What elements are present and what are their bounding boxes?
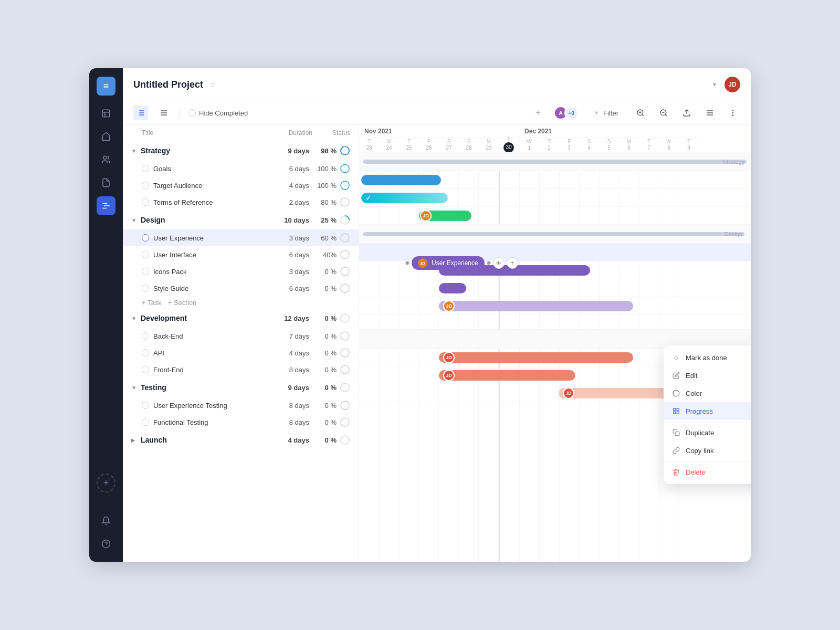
export-icon[interactable] [679,106,694,120]
section-row-design[interactable]: ▼ Design 10 days 25 % [123,211,359,229]
task-checkbox-style[interactable] [142,285,149,292]
section-percent-strategy: 98 % [316,147,337,155]
svg-point-51 [341,436,349,444]
menu-item-color[interactable]: Color ▶ [664,384,751,402]
sidebar-add-button[interactable]: + [97,474,116,492]
task-row-backend[interactable]: Back-End 7 days 0 % [123,328,359,344]
day-s27: S27 [439,138,459,151]
bar-backend[interactable]: JD [439,352,633,363]
task-percent-ux-testing: 0 % [316,402,337,410]
zoom-out-icon[interactable] [656,106,671,120]
task-checkbox-ux-testing[interactable] [142,402,149,409]
status-icon-api [340,348,350,358]
more-options-icon[interactable] [726,106,740,120]
task-checkbox-ui[interactable] [142,251,149,258]
avatar-initials: JD [728,81,736,88]
toolbar-divider-1 [180,108,180,118]
bar-handle-left[interactable] [405,261,410,265]
sidebar-icon-gantt[interactable] [97,196,116,215]
task-row-target-audience[interactable]: Target Audience 4 days 100 % [123,177,359,194]
sidebar-icon-bell[interactable] [97,511,116,530]
chevron-strategy: ▼ [131,148,138,154]
task-row-ui[interactable]: User Interface 6 days 40% [123,246,359,263]
menu-item-edit[interactable]: Edit [664,366,751,384]
day-t25: T25 [399,138,419,151]
filter-button[interactable]: Filter [586,107,625,120]
bar-style[interactable]: JD [439,301,633,311]
sidebar-icon-users[interactable] [97,150,116,169]
gantt-body: Strategy ✓ [359,152,751,562]
menu-item-mark-done[interactable]: ○ Mark as done [664,349,751,366]
status-icon-ui [340,249,350,260]
bar-add-btn[interactable]: + [507,257,518,269]
task-checkbox-icons[interactable] [142,268,149,275]
view-list-icon[interactable] [133,106,148,120]
bar-target[interactable]: ✓ [361,193,448,203]
task-checkbox-frontend[interactable] [142,366,149,373]
task-row-goals[interactable]: Goals 6 days 100 % [123,160,359,177]
header-avatar[interactable]: JD [724,77,740,92]
settings-rows-icon[interactable] [702,106,717,120]
star-icon[interactable]: ☆ [209,80,216,89]
add-plus-icon[interactable]: + [531,106,545,120]
task-duration-ui: 6 days [279,251,316,259]
bar-eye-btn[interactable]: 👁 [493,257,505,269]
sidebar-icon-inbox[interactable] [97,104,116,123]
gantt-row-style-guide: JD [359,297,751,315]
task-name-ui: User Interface [153,251,279,259]
header-dropdown[interactable]: ▾ [713,81,716,88]
bar-strategy-label: Strategy [723,159,744,165]
menu-item-duplicate[interactable]: Duplicate [664,424,751,442]
sidebar-logo[interactable]: ≡ [97,77,116,96]
task-checkbox-backend[interactable] [142,332,149,340]
task-row-ux[interactable]: User Experience 3 days 60 % [123,229,359,246]
zoom-in-icon[interactable] [633,106,648,120]
header: Untitled Project ☆ ▾ JD [123,68,751,101]
sidebar-icon-document[interactable] [97,173,116,192]
gantt-row-target: ✓ [359,189,751,207]
bar-handle-right[interactable] [487,261,491,265]
avatar-count[interactable]: +0 [564,106,578,120]
task-checkbox-terms[interactable] [142,198,149,206]
task-row-terms[interactable]: Terms of Reference 2 days 80 % [123,194,359,211]
sidebar-icon-help[interactable] [97,534,116,553]
progress-ring-design [340,215,350,225]
bar-api[interactable]: JD [439,370,575,381]
add-row-design[interactable]: + Task + Section [123,297,359,309]
task-percent-func-testing: 0 % [316,418,337,426]
task-row-frontend[interactable]: Front-End 8 days 0 % [123,361,359,378]
copy-link-icon [672,446,680,455]
gantt-panel: Nov 2021 T23 W24 T25 F26 S27 S28 M29 T [359,125,751,562]
task-checkbox-target[interactable] [142,182,149,189]
task-row-api[interactable]: API 4 days 0 % [123,344,359,361]
status-icon-frontend [340,364,350,375]
task-row-func-testing[interactable]: Functional Testing 8 days 0 % [123,414,359,430]
task-checkbox-api[interactable] [142,349,149,356]
view-board-icon[interactable] [156,106,171,120]
bar-icons[interactable] [439,283,466,293]
menu-item-delete[interactable]: Delete [664,463,751,481]
sidebar-icon-home[interactable] [97,127,116,146]
hide-completed-toggle[interactable]: Hide Completed [188,109,248,117]
section-row-testing[interactable]: ▼ Testing 9 days 0 % [123,378,359,397]
section-row-dev[interactable]: ▼ Development 12 days 0 % [123,309,359,328]
bar-goals[interactable] [361,175,441,185]
task-row-icons[interactable]: Icons Pack 3 days 0 % [123,263,359,280]
task-checkbox-func-testing[interactable] [142,418,149,426]
status-icon-terms [340,197,350,207]
bar-terms[interactable]: JD [419,211,471,221]
hide-completed-checkbox[interactable] [188,109,196,117]
section-row-launch[interactable]: ▶ Launch 4 days 0 % [123,430,359,449]
task-checkbox-ux[interactable] [142,234,149,242]
menu-item-copy-link[interactable]: Copy link [664,442,751,459]
bar-style-avatar: JD [443,300,455,312]
task-checkbox-goals[interactable] [142,165,149,172]
day-f3: F3 [559,138,579,151]
section-name-launch: Launch [141,436,279,444]
task-row-style[interactable]: Style Guide 6 days 0 % [123,280,359,297]
ux-bar-label[interactable]: JD User Experience [412,256,485,270]
task-row-ux-testing[interactable]: User Experience Testing 8 days 0 % [123,397,359,414]
menu-item-progress[interactable]: Progress ▶ [664,402,751,420]
add-task-icon: + Task [142,299,162,307]
section-row-strategy[interactable]: ▼ Strategy 9 days 98 % [123,141,359,160]
